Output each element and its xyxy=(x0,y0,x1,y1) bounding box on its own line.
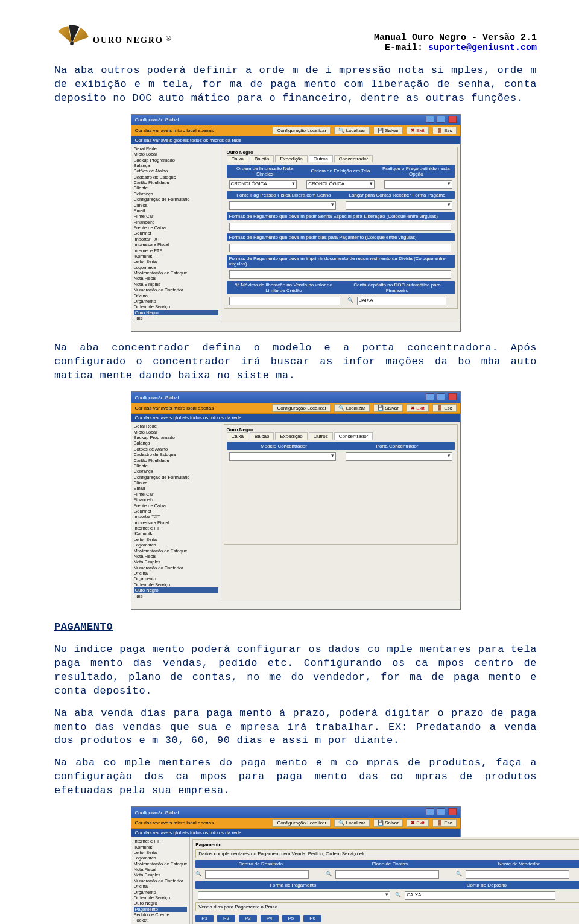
sidebar-item[interactable]: Cadastro de Estoque xyxy=(134,452,218,457)
sidebar-item[interactable]: Orçamento xyxy=(134,299,218,304)
sidebar-item[interactable]: Importar TXT xyxy=(134,514,218,519)
sidebar-item[interactable]: Internet e FTP xyxy=(134,525,218,531)
formas-divida-input[interactable] xyxy=(229,270,452,279)
sidebar-item[interactable]: Leitor Serial xyxy=(134,537,218,542)
tab-balcão[interactable]: Balcão xyxy=(250,432,274,440)
sidebar-item[interactable]: Geral Rede xyxy=(134,146,218,151)
sidebar-item[interactable]: Clínica xyxy=(134,480,218,486)
minimize-icon[interactable] xyxy=(426,116,434,123)
sidebar-item[interactable]: País xyxy=(134,593,218,599)
sidebar-item[interactable]: Ouro Negro xyxy=(134,900,188,906)
nome-vendedor-input[interactable] xyxy=(466,870,569,879)
esc-button[interactable]: 🚪 Esc xyxy=(432,404,457,412)
sidebar-item[interactable]: iKomunik xyxy=(134,844,188,850)
config-sidebar[interactable]: Internet e FTPiKomunikLeitor SerialLogom… xyxy=(131,837,191,924)
tab-concentrador[interactable]: Concentrador xyxy=(334,155,373,162)
sidebar-item[interactable]: Cobrança xyxy=(134,191,218,197)
sidebar-item[interactable]: Ordem de Serviço xyxy=(134,304,218,309)
formas-senha-input[interactable] xyxy=(229,223,452,231)
localizar-button[interactable]: 🔍 Localizar xyxy=(334,404,369,412)
modelo-concentrador-select[interactable] xyxy=(229,452,336,461)
search-icon[interactable]: 🔍 xyxy=(456,871,463,878)
esc-button[interactable]: 🚪 Esc xyxy=(432,819,457,827)
maximize-icon[interactable] xyxy=(437,808,445,815)
ordem-impressao-select[interactable]: CRONOLÓGICA xyxy=(229,180,297,189)
sidebar-item[interactable]: Cliente xyxy=(134,463,218,469)
sidebar-item[interactable]: Numeração do Contador xyxy=(134,565,218,571)
sidebar-item[interactable]: Impressora Fiscal xyxy=(134,520,218,525)
porta-concentrador-select[interactable] xyxy=(346,452,452,461)
sidebar-item[interactable]: Email xyxy=(134,208,218,214)
tab-concentrador[interactable]: Concentrador xyxy=(334,432,373,440)
sidebar-item[interactable]: Oficina xyxy=(134,293,218,299)
sidebar-item[interactable]: Nota Fiscal xyxy=(134,276,218,281)
localizar-button[interactable]: 🔍 Localizar xyxy=(334,819,369,827)
sidebar-item[interactable]: Cobrança xyxy=(134,469,218,474)
sidebar-item[interactable]: Micro Local xyxy=(134,151,218,157)
sidebar-item[interactable]: Ordem de Serviço xyxy=(134,895,188,900)
percent-max-input[interactable] xyxy=(229,297,340,305)
sidebar-item[interactable]: Nota Fiscal xyxy=(134,554,218,559)
sidebar-item[interactable]: Gourmet xyxy=(134,508,218,514)
sidebar-item[interactable]: Email xyxy=(134,486,218,491)
tab-expedição[interactable]: Expedição xyxy=(275,432,307,440)
close-icon[interactable] xyxy=(448,393,457,400)
sidebar-item[interactable]: País xyxy=(134,315,218,321)
config-localizar-button[interactable]: Configuração Localizar xyxy=(273,127,331,134)
sidebar-item[interactable]: Nota Simples xyxy=(134,872,188,878)
centro-resultado-input[interactable] xyxy=(205,870,308,879)
sidebar-item[interactable]: Nota Simples xyxy=(134,282,218,287)
sidebar-item[interactable]: Balança xyxy=(134,440,218,446)
sidebar-item[interactable]: Oficina xyxy=(134,571,218,576)
sidebar-item[interactable]: Logomarca xyxy=(134,855,188,861)
sidebar-item[interactable]: Frente de Caixa xyxy=(134,503,218,508)
sidebar-item[interactable]: Leitor Serial xyxy=(134,259,218,264)
tab-balcão[interactable]: Balcão xyxy=(250,155,274,162)
sidebar-item[interactable]: Botões de Atalho xyxy=(134,168,218,174)
support-email-link[interactable]: suporte@geniusnt.com xyxy=(428,43,537,53)
close-icon[interactable] xyxy=(448,808,457,815)
sidebar-item[interactable]: Numeração do Contador xyxy=(134,287,218,293)
minimize-icon[interactable] xyxy=(426,808,434,815)
sidebar-item[interactable]: iKomunik xyxy=(134,253,218,259)
sidebar-item[interactable]: Cadastro de Estoque xyxy=(134,174,218,180)
tab-outros[interactable]: Outros xyxy=(309,432,333,440)
tab-caixa[interactable]: Caixa xyxy=(227,155,248,162)
sidebar-item[interactable]: Financeiro xyxy=(134,497,218,502)
sidebar-item[interactable]: Pocket xyxy=(134,917,188,923)
sidebar-item[interactable]: iKomunik xyxy=(134,531,218,536)
sidebar-item[interactable]: Micro Local xyxy=(134,429,218,435)
search-icon[interactable]: 🔍 xyxy=(195,871,203,878)
sidebar-item[interactable]: Gourmet xyxy=(134,230,218,236)
sidebar-item[interactable]: Filme-Car xyxy=(134,214,218,219)
maximize-icon[interactable] xyxy=(437,116,445,123)
sidebar-item[interactable]: Financeiro xyxy=(134,220,218,225)
sidebar-item[interactable]: Pagamento xyxy=(134,907,188,912)
maximize-icon[interactable] xyxy=(437,393,445,400)
salvar-button[interactable]: 💾 Salvar xyxy=(373,404,403,412)
sidebar-item[interactable]: Frente de Caixa xyxy=(134,225,218,230)
sidebar-item[interactable]: Orçamento xyxy=(134,576,218,581)
config-sidebar[interactable]: Geral RedeMicro LocalBackup ProgramadoBa… xyxy=(131,422,221,601)
sidebar-item[interactable]: Cartão Fidelidade xyxy=(134,180,218,185)
esc-button[interactable]: 🚪 Esc xyxy=(432,127,457,134)
search-icon[interactable]: 🔍 xyxy=(347,297,355,305)
sidebar-item[interactable]: Internet e FTP xyxy=(134,838,188,844)
tab-caixa[interactable]: Caixa xyxy=(227,432,248,440)
sidebar-item[interactable]: Backup Programado xyxy=(134,157,218,163)
sidebar-item[interactable]: Orçamento xyxy=(134,890,188,895)
sidebar-item[interactable]: Ordem de Serviço xyxy=(134,582,218,587)
tab-outros[interactable]: Outros xyxy=(309,155,333,162)
localizar-button[interactable]: 🔍 Localizar xyxy=(334,127,369,134)
forma-pagamento-select[interactable] xyxy=(198,891,390,900)
config-localizar-button[interactable]: Configuração Localizar xyxy=(273,404,331,412)
sidebar-item[interactable]: Movimentação de Estoque xyxy=(134,270,218,276)
pratique-preco-select[interactable] xyxy=(384,180,452,189)
sidebar-item[interactable]: Backup Programado xyxy=(134,435,218,440)
sidebar-item[interactable]: Balança xyxy=(134,163,218,168)
search-icon[interactable]: 🔍 xyxy=(326,871,333,878)
sidebar-item[interactable]: Movimentação de Estoque xyxy=(134,548,218,554)
plano-contas-input[interactable] xyxy=(335,870,438,879)
exit-button[interactable]: ✖ Exit xyxy=(407,404,429,412)
minimize-icon[interactable] xyxy=(426,393,434,400)
